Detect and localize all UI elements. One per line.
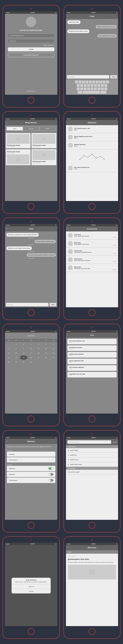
tab-latest[interactable]: Latest xyxy=(7,127,23,130)
comment-row[interactable]: Mark DoePost epsum sed lucrem dolor10:04… xyxy=(66,264,118,272)
article-title: Quodsuspibus risus tellet. xyxy=(68,558,116,560)
facebook-login-button[interactable]: Login With Facebook xyxy=(8,53,54,57)
search-result[interactable]: graph hkergen xyxy=(66,448,118,453)
email-field[interactable]: youremail@mails.com xyxy=(8,34,54,38)
calendar-day[interactable]: 25 xyxy=(35,356,42,360)
list-item[interactable]: Plis iniculus placeratlorem› xyxy=(67,365,117,371)
search-input[interactable]: Graphickta persere xyxy=(67,440,111,444)
calendar-day[interactable]: 7 xyxy=(5,346,12,351)
settings-row[interactable]: Patienser xyxy=(7,466,55,471)
calendar-day[interactable]: 17 xyxy=(27,351,35,356)
avatar-icon xyxy=(68,233,73,238)
chevron-up-icon: ⌃ xyxy=(114,144,116,146)
calendar-day[interactable]: 22 xyxy=(12,356,20,360)
toggle-switch[interactable] xyxy=(48,473,53,476)
search-result[interactable]: graphic design salary xyxy=(66,462,118,467)
toggle-switch[interactable] xyxy=(48,479,53,482)
send-button[interactable]: Send xyxy=(110,75,117,78)
calendar-day[interactable]: 16 xyxy=(20,351,27,356)
cancel-button[interactable]: Cancel xyxy=(12,589,51,594)
list-item[interactable]: Quod sagittium vultilorem› xyxy=(67,358,117,364)
calendar-day[interactable]: 28 xyxy=(5,360,12,364)
password-field[interactable]: password xyxy=(8,39,54,43)
comment-row[interactable]: Mark DoeQuod sagittium sed lucrera9:34AM xyxy=(66,240,118,248)
settings-row[interactable]: Honesta› xyxy=(7,452,55,457)
create-account-link[interactable]: Create Account xyxy=(27,90,35,92)
blog-card[interactable]: Phil Eisenstein HeaderLorem ipsum dolor xyxy=(6,149,31,165)
blog-card[interactable]: Phil Eisenstein HeaderLorem ipsum dolor xyxy=(32,149,56,165)
calendar-day[interactable]: 18 xyxy=(35,351,42,356)
keyboard[interactable] xyxy=(66,80,118,95)
back-icon[interactable]: ‹ xyxy=(67,122,68,124)
comment-row[interactable]: Patrick DoeConsectetuer adipiscing elit … xyxy=(66,248,118,256)
search-result[interactable]: graphic novels xyxy=(66,458,118,462)
send-button[interactable]: Send xyxy=(49,303,56,306)
back-icon[interactable]: ‹ xyxy=(7,122,7,124)
calendar-day[interactable]: 14 xyxy=(5,351,12,356)
calendar-day[interactable]: 27 xyxy=(50,356,57,360)
svg-point-14 xyxy=(104,158,104,159)
calendar-day[interactable]: 1 xyxy=(12,342,20,346)
timestamp: Tuesday 7:20 xyxy=(7,258,56,259)
list-item[interactable]: Quinte term polastriilorem› xyxy=(67,352,117,358)
forgot-link[interactable]: Forgot Credentials? xyxy=(44,44,54,46)
calendar-day[interactable]: 6 xyxy=(50,342,57,346)
calendar-day[interactable]: 23 xyxy=(20,356,27,360)
list-item[interactable]: Nochluomi innuarilorem› xyxy=(67,345,117,351)
calendar-grid[interactable]: 1234567891011121314151617181920212223242… xyxy=(5,342,57,367)
settings-row[interactable]: Tubulimarem xyxy=(7,478,55,483)
calendar-day[interactable]: 24 xyxy=(27,356,35,360)
settings-row[interactable]: Tubulimarem› xyxy=(7,457,55,462)
list-item[interactable]: Non pasa baranto vivilorem› xyxy=(67,339,117,344)
search-result[interactable]: graph loups xyxy=(66,453,118,458)
find-on-page[interactable]: Find "puzzle_congrat" xyxy=(66,470,118,474)
blog-card[interactable]: Phil Eisenstein HeaderLorem ipsum dolor xyxy=(6,133,31,148)
stats-row[interactable]: Patrick Stewennlorem⌃ xyxy=(66,141,118,150)
toggle-switch[interactable] xyxy=(48,467,53,470)
calendar-day[interactable]: 21 xyxy=(5,356,12,360)
copy-all-button[interactable]: Copy All xyxy=(12,584,51,589)
comment-row[interactable]: John DoeLorem ipsum dolor sit amet9:23AM xyxy=(66,232,118,240)
comment-row[interactable]: Steven DoeQuasi ullamcorper vestibulum9:… xyxy=(66,256,118,264)
stats-row[interactable]: Quod sagittium sed tortorlorem⌄ xyxy=(66,133,118,141)
chat-input[interactable]: lorem post xyxy=(6,303,48,306)
next-month-icon[interactable]: › xyxy=(51,334,55,337)
calendar-day[interactable]: 31 xyxy=(27,360,35,364)
calendar-day[interactable]: 9 xyxy=(20,346,27,351)
calendar-day[interactable]: 20 xyxy=(50,351,57,356)
blog-card[interactable]: Phil Eisenstein HeaderLorem ipsum dolor xyxy=(32,133,56,148)
calendar-day[interactable]: 19 xyxy=(42,351,50,356)
calendar-day[interactable]: 12 xyxy=(42,346,50,351)
back-icon[interactable]: ‹ xyxy=(67,16,68,17)
cancel-button[interactable]: Cancel xyxy=(113,441,116,443)
stats-row[interactable]: Cul Tubuli neuran odiolorem⌄ xyxy=(66,125,118,133)
back-icon[interactable]: ‹ xyxy=(67,547,68,548)
calendar-day[interactable]: 4 xyxy=(35,342,42,346)
tab-popular[interactable]: Popular xyxy=(39,127,56,130)
calendar-day xyxy=(27,364,35,367)
calendar-day[interactable]: 8 xyxy=(12,346,20,351)
calendar-day[interactable]: 29 xyxy=(12,360,20,364)
back-icon[interactable]: ‹ xyxy=(7,440,7,442)
tab-favorite[interactable]: Favorite xyxy=(23,127,39,130)
settings-row[interactable]: Patienser xyxy=(7,472,55,477)
calendar-day[interactable]: 13 xyxy=(50,346,57,351)
back-icon[interactable]: ‹ xyxy=(67,334,68,336)
calendar-day[interactable]: 30 xyxy=(20,360,27,364)
stats-row[interactable]: Non pasa cherato vivilorem⌄ xyxy=(66,164,118,172)
calendar-day[interactable]: 3 xyxy=(27,342,35,346)
calendar-day[interactable]: 26 xyxy=(42,356,50,360)
back-icon[interactable]: ‹ xyxy=(7,228,7,230)
calendar-day[interactable]: 15 xyxy=(12,351,20,356)
avatar-icon xyxy=(68,241,73,246)
calendar-day[interactable]: 2 xyxy=(20,342,27,346)
calendar-day[interactable]: 10 xyxy=(27,346,35,351)
prev-month-icon[interactable]: ‹ xyxy=(7,334,12,337)
back-icon[interactable]: ‹ xyxy=(67,228,68,230)
list-item[interactable]: Experiline sys far impllorem› xyxy=(67,372,117,378)
tab-login[interactable]: Login xyxy=(66,550,118,554)
calendar-day[interactable]: 5 xyxy=(42,342,50,346)
calendar-day[interactable]: 11 xyxy=(35,346,42,351)
chat-input[interactable]: Lorem ipsum xyxy=(67,75,109,78)
login-button[interactable]: LOGIN xyxy=(8,47,54,51)
